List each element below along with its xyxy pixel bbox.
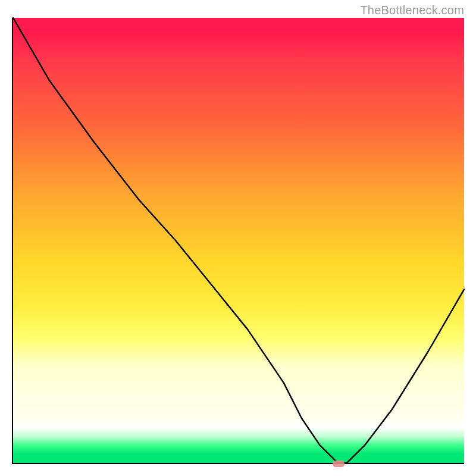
plot-area [12,18,464,464]
optimal-point-marker [333,461,345,467]
watermark-text: TheBottleneck.com [360,4,464,17]
curve-svg [13,18,464,463]
chart-container: TheBottleneck.com [0,0,476,476]
bottleneck-curve [13,18,464,463]
